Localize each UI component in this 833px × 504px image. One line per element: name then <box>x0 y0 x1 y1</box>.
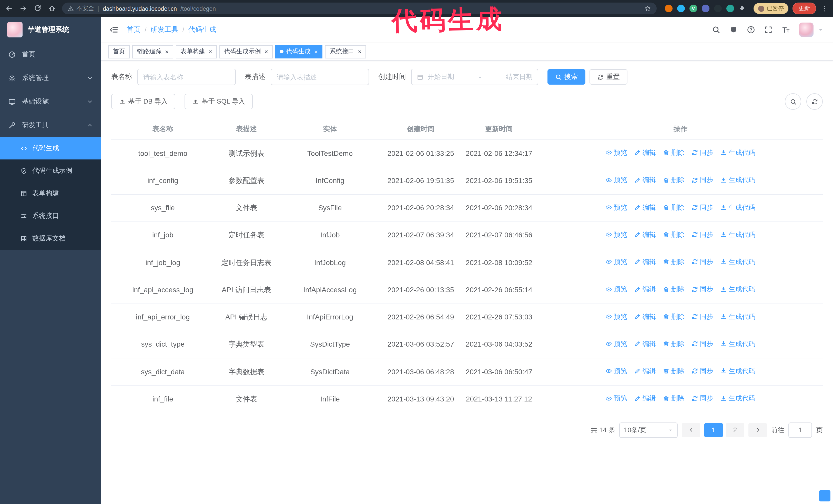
action-generate[interactable]: 生成代码 <box>720 202 755 212</box>
page-size-select[interactable]: 10条/页 <box>619 422 678 438</box>
search-icon[interactable] <box>712 26 720 34</box>
action-sync[interactable]: 同步 <box>692 148 713 158</box>
bookmark-star-icon[interactable] <box>644 5 651 12</box>
breadcrumb-home[interactable]: 首页 <box>127 25 140 34</box>
close-icon[interactable]: × <box>314 48 318 55</box>
tab-codegen-demo[interactable]: 代码生成示例× <box>219 45 273 58</box>
extension-icon-indigo[interactable] <box>702 5 710 12</box>
prev-page-button[interactable] <box>682 423 700 437</box>
browser-menu-icon[interactable]: ⋮ <box>821 5 828 12</box>
action-preview[interactable]: 预览 <box>606 366 627 376</box>
action-edit[interactable]: 编辑 <box>634 393 656 404</box>
action-generate[interactable]: 生成代码 <box>720 230 755 240</box>
action-delete[interactable]: 删除 <box>663 339 685 349</box>
action-delete[interactable]: 删除 <box>663 366 685 376</box>
action-sync[interactable]: 同步 <box>692 339 713 349</box>
action-delete[interactable]: 删除 <box>663 175 685 185</box>
action-delete[interactable]: 删除 <box>663 230 685 240</box>
action-edit[interactable]: 编辑 <box>634 366 656 376</box>
user-menu[interactable] <box>799 23 825 37</box>
import-db-button[interactable]: 基于 DB 导入 <box>111 94 175 109</box>
close-icon[interactable]: × <box>165 48 169 55</box>
reset-button[interactable]: 重置 <box>590 69 627 85</box>
security-warning[interactable]: 不安全 <box>68 5 94 12</box>
help-icon[interactable] <box>747 26 755 34</box>
search-button[interactable]: 搜索 <box>547 69 586 85</box>
sidebar-item-infrastructure[interactable]: 基础设施 <box>0 90 101 113</box>
action-edit[interactable]: 编辑 <box>634 339 656 349</box>
home-icon[interactable] <box>48 5 56 12</box>
sidebar-item-db-doc[interactable]: 数据库文档 <box>0 227 101 250</box>
extension-icon-dark[interactable] <box>714 5 722 12</box>
reload-icon[interactable] <box>34 5 42 12</box>
action-sync[interactable]: 同步 <box>692 202 713 212</box>
action-preview[interactable]: 预览 <box>606 230 627 240</box>
tab-codegen[interactable]: 代码生成× <box>275 45 323 58</box>
action-delete[interactable]: 删除 <box>663 148 685 158</box>
back-icon[interactable] <box>5 5 13 12</box>
extension-icon-orange[interactable] <box>665 5 672 12</box>
action-edit[interactable]: 编辑 <box>634 257 656 267</box>
extension-icon-teal[interactable] <box>727 5 734 12</box>
action-preview[interactable]: 预览 <box>606 148 627 158</box>
action-edit[interactable]: 编辑 <box>634 175 656 185</box>
action-preview[interactable]: 预览 <box>606 339 627 349</box>
forward-icon[interactable] <box>20 5 27 12</box>
action-delete[interactable]: 删除 <box>663 393 685 404</box>
breadcrumb-dev-tools[interactable]: 研发工具 <box>151 25 178 34</box>
action-delete[interactable]: 删除 <box>663 284 685 294</box>
sidebar-item-form-builder[interactable]: 表单构建 <box>0 182 101 205</box>
action-sync[interactable]: 同步 <box>692 393 713 404</box>
action-preview[interactable]: 预览 <box>606 175 627 185</box>
action-preview[interactable]: 预览 <box>606 202 627 212</box>
action-preview[interactable]: 预览 <box>606 284 627 294</box>
sidebar-item-home[interactable]: 首页 <box>0 43 101 66</box>
action-generate[interactable]: 生成代码 <box>720 257 755 267</box>
page-button-2[interactable]: 2 <box>726 423 744 437</box>
tab-tracing[interactable]: 链路追踪× <box>132 45 173 58</box>
action-sync[interactable]: 同步 <box>692 284 713 294</box>
refresh-table-button[interactable] <box>806 93 823 110</box>
action-edit[interactable]: 编辑 <box>634 311 656 321</box>
fullscreen-icon[interactable] <box>764 26 772 34</box>
page-button-1[interactable]: 1 <box>704 423 723 437</box>
sidebar-item-dev-tools[interactable]: 研发工具 <box>0 113 101 137</box>
action-sync[interactable]: 同步 <box>692 230 713 240</box>
tab-home[interactable]: 首页 <box>108 45 130 58</box>
action-preview[interactable]: 预览 <box>606 393 627 404</box>
action-generate[interactable]: 生成代码 <box>720 175 755 185</box>
sidebar-item-codegen-demo[interactable]: 代码生成示例 <box>0 160 101 182</box>
action-delete[interactable]: 删除 <box>663 257 685 267</box>
app-logo-row[interactable]: 芋道管理系统 <box>0 17 101 43</box>
action-delete[interactable]: 删除 <box>663 202 685 212</box>
action-generate[interactable]: 生成代码 <box>720 339 755 349</box>
action-generate[interactable]: 生成代码 <box>720 393 755 404</box>
update-button[interactable]: 更新 <box>792 3 816 14</box>
action-preview[interactable]: 预览 <box>606 257 627 267</box>
next-page-button[interactable] <box>748 423 767 437</box>
sidebar-item-system-api[interactable]: 系统接口 <box>0 205 101 227</box>
paused-badge[interactable]: 已暂停 <box>754 3 788 14</box>
import-sql-button[interactable]: 基于 SQL 导入 <box>185 94 253 109</box>
action-generate[interactable]: 生成代码 <box>720 366 755 376</box>
action-edit[interactable]: 编辑 <box>634 284 656 294</box>
sidebar-item-system-management[interactable]: 系统管理 <box>0 66 101 90</box>
tab-system-api[interactable]: 系统接口× <box>325 45 366 58</box>
action-sync[interactable]: 同步 <box>692 311 713 321</box>
action-sync[interactable]: 同步 <box>692 175 713 185</box>
close-icon[interactable]: × <box>209 48 212 55</box>
sidebar-toggle[interactable] <box>109 25 118 34</box>
action-edit[interactable]: 编辑 <box>634 202 656 212</box>
action-edit[interactable]: 编辑 <box>634 230 656 240</box>
address-bar[interactable]: 不安全 | dashboard.yudao.iocoder.cn /tool/c… <box>62 3 657 14</box>
date-range-picker[interactable]: 开始日期 - 结束日期 <box>411 69 538 85</box>
extensions-puzzle-icon[interactable] <box>739 5 745 12</box>
close-icon[interactable]: × <box>358 48 361 55</box>
goto-page-input[interactable] <box>788 422 812 438</box>
action-edit[interactable]: 编辑 <box>634 148 656 158</box>
close-icon[interactable]: × <box>264 48 268 55</box>
sidebar-item-codegen[interactable]: 代码生成 <box>0 137 101 160</box>
github-icon[interactable] <box>730 26 738 34</box>
tab-form-builder[interactable]: 表单构建× <box>176 45 217 58</box>
toggle-search-button[interactable] <box>785 93 801 110</box>
